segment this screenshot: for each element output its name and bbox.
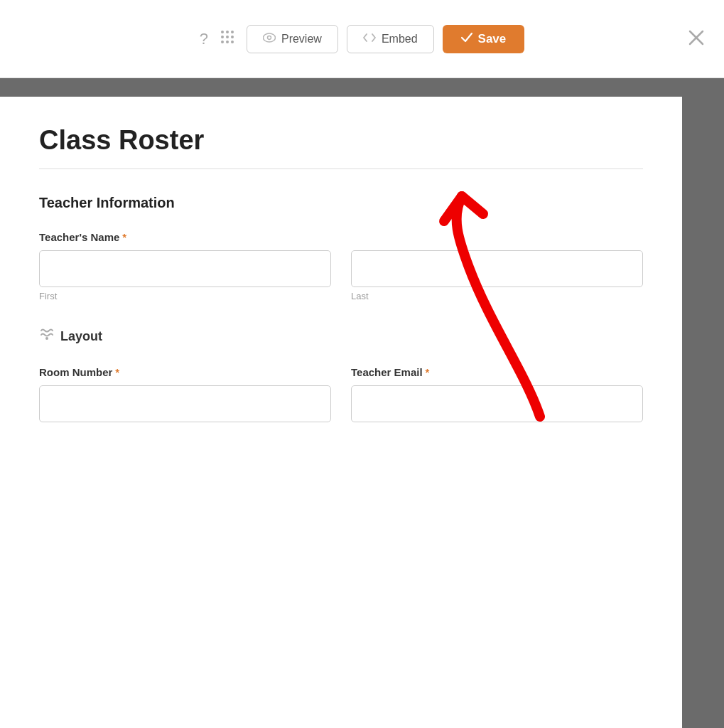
- preview-label: Preview: [281, 33, 322, 46]
- teacher-email-group: Teacher Email *: [351, 366, 643, 422]
- form-title: Class Roster: [39, 125, 643, 156]
- dark-bar: [0, 78, 724, 97]
- svg-point-1: [226, 31, 229, 33]
- teacher-name-field-group: Teacher's Name * First Last: [39, 231, 643, 301]
- eye-icon: [263, 33, 276, 46]
- svg-point-0: [221, 31, 224, 33]
- first-name-input[interactable]: [39, 250, 331, 287]
- main-panel: Class Roster Teacher Information Teacher…: [0, 97, 682, 728]
- teacher-email-label: Teacher Email *: [351, 366, 643, 378]
- preview-button[interactable]: Preview: [247, 25, 338, 53]
- svg-point-8: [231, 41, 234, 43]
- toolbar: ? Preview: [0, 0, 724, 78]
- form-divider: [39, 168, 643, 169]
- email-required-star: *: [426, 366, 430, 378]
- save-button[interactable]: Save: [443, 25, 525, 53]
- first-name-group: First: [39, 250, 331, 301]
- room-required-star: *: [115, 366, 119, 378]
- required-star: *: [122, 231, 126, 243]
- room-number-input[interactable]: [39, 385, 331, 422]
- layout-section-title: Layout: [39, 327, 643, 346]
- room-number-group: Room Number *: [39, 366, 331, 422]
- svg-point-2: [231, 31, 234, 33]
- code-icon: [363, 33, 376, 46]
- side-panel: [682, 97, 724, 728]
- svg-point-9: [263, 33, 275, 42]
- grid-icon[interactable]: [220, 29, 235, 49]
- layout-fields-row: Room Number * Teacher Email *: [39, 366, 643, 422]
- svg-point-7: [226, 41, 229, 43]
- last-name-hint: Last: [351, 291, 643, 301]
- embed-label: Embed: [382, 33, 418, 46]
- svg-point-13: [45, 337, 48, 340]
- svg-point-4: [226, 36, 229, 38]
- save-label: Save: [478, 32, 507, 46]
- check-icon: [461, 32, 472, 46]
- page-wrapper: ? Preview: [0, 0, 724, 728]
- content-area: Class Roster Teacher Information Teacher…: [0, 97, 724, 728]
- first-name-hint: First: [39, 291, 331, 301]
- svg-point-6: [221, 41, 224, 43]
- layout-icon: [39, 327, 55, 346]
- last-name-group: Last: [351, 250, 643, 301]
- last-name-input[interactable]: [351, 250, 643, 287]
- svg-point-10: [267, 36, 271, 39]
- room-number-label: Room Number *: [39, 366, 331, 378]
- close-button[interactable]: [688, 30, 704, 48]
- embed-button[interactable]: Embed: [347, 25, 434, 53]
- teacher-info-section: Teacher Information: [39, 195, 643, 211]
- svg-point-3: [221, 36, 224, 38]
- form-container: Class Roster Teacher Information Teacher…: [0, 97, 682, 728]
- teacher-email-input[interactable]: [351, 385, 643, 422]
- teacher-name-row: First Last: [39, 250, 643, 301]
- layout-section: Layout Room Number * Teacher E: [39, 327, 643, 422]
- help-icon[interactable]: ?: [200, 30, 208, 48]
- teacher-name-label: Teacher's Name *: [39, 231, 643, 243]
- svg-point-5: [231, 36, 234, 38]
